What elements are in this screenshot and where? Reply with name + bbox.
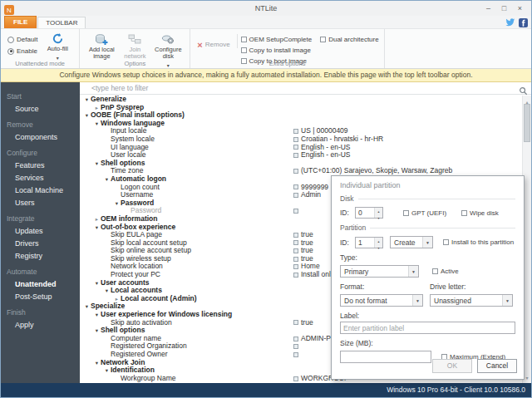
expand-arrow-icon[interactable] [93, 279, 101, 287]
radio-enable-label: Enable [17, 47, 37, 55]
remove-button[interactable]: Remove [197, 37, 229, 52]
expand-arrow-icon[interactable] [103, 366, 111, 375]
cancel-button[interactable]: Cancel [477, 359, 517, 373]
tree-row-value[interactable] [293, 207, 301, 215]
join-network-button[interactable]: Join network [118, 32, 151, 60]
dual-architecture-checkbox[interactable]: Dual architecture [320, 36, 378, 43]
sidebar-item[interactable]: Components [1, 130, 80, 143]
sidebar-item: Integrate [1, 213, 80, 224]
spinner-down-icon[interactable] [375, 214, 382, 221]
expand-arrow-icon[interactable] [93, 120, 101, 128]
sidebar-item: Configure [1, 147, 80, 159]
sidebar-item[interactable]: Users [1, 196, 80, 209]
tree-row-label: UI language [111, 143, 149, 151]
size-input[interactable] [340, 351, 431, 363]
spinner-up-icon[interactable] [375, 208, 382, 214]
expand-arrow-icon[interactable] [103, 287, 111, 295]
facebook-icon[interactable] [519, 18, 528, 27]
tree-row-value[interactable]: true [293, 319, 313, 327]
tree-row-value[interactable]: English - en-US [293, 151, 351, 160]
ribbon: Default Enable Auto-fill Unattended mode… [1, 28, 531, 69]
remove-label: Remove [205, 41, 230, 48]
active-checkbox[interactable]: Active [432, 268, 459, 275]
expand-arrow-icon[interactable] [93, 359, 101, 367]
copy-to-install-image-checkbox[interactable]: Copy to install image [241, 47, 313, 54]
create-select[interactable]: Create [390, 236, 433, 248]
ok-button[interactable]: OK [432, 359, 472, 373]
tree-row-value-text: true [301, 319, 313, 327]
ribbon-tab-row: FILE TOOLBAR [1, 16, 531, 28]
disk-id-label: ID: [340, 209, 355, 217]
spinner-arrows [374, 238, 382, 248]
expand-arrow-icon[interactable] [93, 311, 101, 319]
install-to-partition-checkbox[interactable]: Install to this partition [443, 238, 514, 246]
ribbon-empty-area [385, 29, 531, 68]
section-divider [358, 199, 515, 199]
tab-toolbar[interactable]: TOOLBAR [37, 17, 86, 28]
sidebar-item-label: Integrate [7, 214, 35, 223]
format-select[interactable]: Do not format [340, 294, 423, 307]
expand-arrow-icon[interactable] [93, 224, 101, 232]
sidebar-item-label: Registry [15, 252, 42, 260]
tree-row-value[interactable]: Admin [293, 191, 321, 199]
sidebar-item[interactable]: Local Machine [1, 184, 80, 196]
edit-icon [293, 129, 298, 134]
filter-input[interactable] [80, 82, 531, 94]
tree-row-value[interactable] [293, 342, 301, 351]
partition-label-input[interactable] [340, 322, 515, 334]
autofill-button[interactable]: Auto-fill [41, 32, 74, 61]
tree-row[interactable]: Generalize [80, 96, 522, 104]
edit-icon [293, 240, 298, 245]
sidebar-item[interactable]: Post-Setup [1, 290, 80, 302]
checkbox-box-icon [241, 37, 247, 42]
tree-row-label: Local account (Admin) [121, 294, 197, 302]
expand-arrow-icon[interactable] [93, 160, 101, 168]
sidebar-item-label: Apply [15, 321, 34, 329]
expand-arrow-icon[interactable] [93, 215, 101, 224]
edit-icon [293, 184, 298, 189]
tree-row-label: Automatic logon [111, 174, 166, 183]
tab-file[interactable]: FILE [4, 16, 37, 28]
disk-id-spinner[interactable]: 0 [355, 207, 383, 219]
tree-row-value[interactable] [293, 351, 301, 359]
sidebar-item[interactable]: Services [1, 171, 80, 184]
partition-id-spinner[interactable]: 1 [355, 237, 383, 248]
gpt-uefi-checkbox[interactable]: GPT (UEFI) [403, 209, 446, 217]
oem-setupcomplete-checkbox[interactable]: OEM SetupComplete [241, 36, 313, 43]
close-button[interactable] [512, 2, 528, 15]
radio-enable[interactable]: Enable [7, 47, 37, 55]
individual-partition-dialog: Individual partition Disk ID: 0 GPT (UEF… [331, 175, 525, 380]
spinner-up-icon[interactable] [375, 238, 382, 244]
sidebar-item[interactable]: Updates [1, 224, 80, 237]
sidebar-item[interactable]: Features [1, 159, 80, 171]
tree-row-value-text: (UTC+01:00) Sarajevo, Skopje, Warsaw, Za… [301, 167, 452, 175]
sidebar-item[interactable]: Source [1, 102, 80, 115]
sidebar-item[interactable]: Unattended [1, 278, 80, 290]
expand-arrow-icon[interactable] [113, 199, 121, 208]
tree-row-value[interactable]: Install only [293, 271, 334, 279]
type-select[interactable]: Primary [340, 265, 419, 278]
tree-row-value[interactable]: (UTC+01:00) Sarajevo, Skopje, Warsaw, Za… [293, 167, 452, 175]
minimize-button[interactable] [480, 2, 496, 15]
partition-id-row: ID: 1 Create Install to this partition [340, 236, 515, 248]
expand-arrow-icon[interactable] [83, 96, 91, 104]
scroll-thumb[interactable] [524, 104, 530, 142]
sidebar-item: Start [1, 91, 80, 102]
maximize-button[interactable] [496, 2, 512, 15]
tree-row-value[interactable]: ADMIN-PC [293, 335, 336, 343]
sidebar-item[interactable]: Drivers [1, 237, 80, 249]
expand-arrow-icon[interactable] [83, 302, 91, 311]
add-local-image-button[interactable]: Add local image [85, 32, 118, 60]
expand-arrow-icon[interactable] [93, 327, 101, 335]
oem-setupcomplete-label: OEM SetupComplete [249, 36, 313, 43]
tree-row[interactable]: User locale English - en-US [80, 151, 522, 160]
sidebar-item[interactable]: Registry [1, 249, 80, 262]
expand-arrow-icon[interactable] [83, 111, 91, 120]
sidebar-item[interactable]: Apply [1, 318, 80, 331]
twitter-icon[interactable] [505, 17, 515, 27]
drive-letter-select[interactable]: Unassigned [430, 294, 513, 307]
expand-arrow-icon[interactable] [103, 175, 111, 184]
spinner-down-icon[interactable] [375, 244, 382, 251]
radio-default[interactable]: Default [7, 36, 37, 43]
wipe-disk-checkbox[interactable]: Wipe disk [461, 209, 499, 217]
